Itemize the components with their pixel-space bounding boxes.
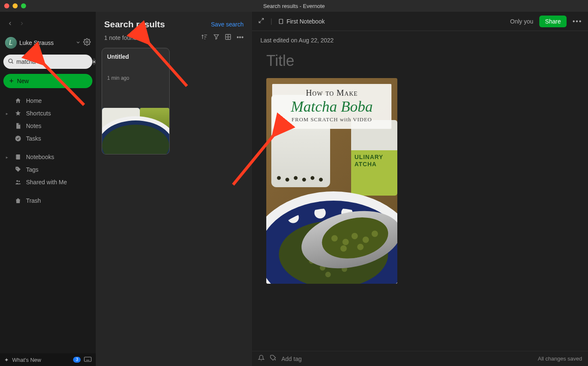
- search-field[interactable]: ✕: [3, 55, 92, 69]
- last-edited-label: Last edited on Aug 22, 2022: [252, 31, 588, 50]
- sidebar-item-notebooks[interactable]: ▸Notebooks: [3, 151, 92, 163]
- note-toolbar: | First Notebook Only you Share •••: [252, 12, 588, 31]
- sidebar-item-trash[interactable]: Trash: [3, 195, 92, 207]
- svg-point-3: [15, 136, 21, 141]
- username-label: Luke Strauss: [19, 39, 73, 46]
- note-card-title: Untitled: [107, 53, 164, 60]
- window-controls: [4, 3, 26, 8]
- trash-icon: [14, 197, 22, 204]
- search-icon: [8, 58, 14, 66]
- plus-icon: +: [9, 77, 14, 86]
- avatar: L: [5, 37, 17, 49]
- svg-point-10: [18, 180, 20, 182]
- minimize-icon[interactable]: [13, 3, 18, 8]
- sidebar-item-label: Notebooks: [26, 154, 54, 160]
- people-icon: [14, 179, 22, 186]
- notification-badge[interactable]: 3: [73, 357, 81, 363]
- whats-new-link[interactable]: What's New: [12, 357, 41, 363]
- sparkle-icon: ✦: [4, 357, 9, 363]
- check-icon: [14, 135, 22, 142]
- tag-icon: [14, 166, 22, 173]
- sidebar-item-label: Shortcuts: [26, 110, 51, 117]
- sidebar-item-label: Home: [26, 97, 42, 104]
- notebook-icon: [278, 18, 284, 24]
- svg-point-1: [9, 59, 13, 63]
- nav-back-button[interactable]: [5, 18, 15, 29]
- sidebar-item-home[interactable]: Home: [3, 95, 92, 107]
- sidebar-item-label: Notes: [26, 123, 42, 129]
- maximize-icon[interactable]: [21, 3, 26, 8]
- more-actions-icon[interactable]: •••: [572, 18, 582, 25]
- notebook-name: First Notebook: [286, 18, 325, 25]
- svg-point-0: [86, 41, 88, 43]
- sidebar-bottom-bar: ✦ What's New 3: [0, 353, 96, 366]
- search-input[interactable]: [16, 58, 90, 65]
- note-icon: [14, 123, 22, 129]
- result-count: 1 note found: [104, 34, 137, 41]
- reminder-icon[interactable]: [258, 355, 265, 363]
- sidebar-item-label: Tags: [26, 166, 39, 173]
- close-icon[interactable]: [4, 3, 9, 8]
- sort-icon[interactable]: [201, 34, 208, 42]
- note-card-time: 1 min ago: [107, 75, 164, 81]
- note-footer: Add tag All changes saved: [252, 351, 588, 366]
- note-editor-pane: | First Notebook Only you Share ••• Last…: [252, 12, 588, 366]
- svg-line-2: [12, 62, 13, 63]
- save-search-link[interactable]: Save search: [211, 21, 244, 28]
- settings-button[interactable]: [83, 38, 91, 47]
- notebook-icon: [14, 154, 22, 160]
- note-list-pane: Search results Save search 1 note found …: [96, 12, 252, 366]
- account-row[interactable]: L Luke Strauss: [3, 34, 92, 55]
- chevron-down-icon[interactable]: [81, 78, 87, 85]
- new-button-label: New: [17, 78, 29, 84]
- svg-rect-4: [16, 154, 20, 159]
- image-banner: How to Make Matcha Boba FROM SCRATCH wit…: [272, 84, 391, 129]
- visibility-label[interactable]: Only you: [510, 18, 533, 25]
- save-status: All changes saved: [538, 356, 582, 362]
- filter-icon[interactable]: [213, 34, 220, 42]
- window-title: Search results - Evernote: [263, 3, 325, 9]
- notebook-selector[interactable]: First Notebook: [278, 18, 325, 25]
- expand-icon[interactable]: [258, 17, 265, 26]
- add-tag-label[interactable]: Add tag: [281, 356, 302, 362]
- list-title: Search results: [104, 19, 165, 29]
- clear-search-button[interactable]: ✕: [92, 58, 96, 65]
- sidebar: L Luke Strauss ✕ + New Home ▸Shortcuts N…: [0, 12, 96, 366]
- svg-rect-20: [279, 19, 283, 24]
- svg-rect-11: [84, 357, 92, 361]
- svg-point-9: [16, 180, 18, 182]
- more-icon[interactable]: •••: [236, 34, 244, 42]
- share-button[interactable]: Share: [539, 16, 567, 27]
- svg-point-8: [16, 168, 17, 169]
- sidebar-item-label: Tasks: [26, 135, 41, 142]
- sidebar-item-shared[interactable]: Shared with Me: [3, 176, 92, 188]
- keyboard-icon[interactable]: [84, 356, 92, 363]
- sidebar-item-label: Shared with Me: [26, 179, 67, 186]
- new-button[interactable]: + New: [3, 74, 92, 88]
- sidebar-item-shortcuts[interactable]: ▸Shortcuts: [3, 107, 92, 119]
- note-image[interactable]: ULINARYATCHA How to Make Matcha Boba FRO…: [266, 78, 397, 284]
- note-title-input[interactable]: Title: [252, 50, 588, 78]
- sidebar-item-tasks[interactable]: Tasks: [3, 133, 92, 144]
- chevron-down-icon: [76, 39, 81, 47]
- note-card[interactable]: Untitled 1 min ago: [102, 48, 170, 154]
- tag-add-icon[interactable]: [270, 355, 276, 363]
- sidebar-item-notes[interactable]: Notes: [3, 120, 92, 132]
- sidebar-item-tags[interactable]: Tags: [3, 164, 92, 175]
- star-icon: [14, 110, 22, 117]
- note-card-thumbnail: [102, 108, 169, 154]
- home-icon: [14, 97, 22, 104]
- sidebar-item-label: Trash: [26, 197, 41, 204]
- nav-forward-button[interactable]: [17, 18, 27, 29]
- window-titlebar: Search results - Evernote: [0, 0, 588, 12]
- view-icon[interactable]: [225, 34, 231, 42]
- caret-icon[interactable]: ▸: [6, 155, 10, 159]
- caret-icon[interactable]: ▸: [6, 111, 10, 116]
